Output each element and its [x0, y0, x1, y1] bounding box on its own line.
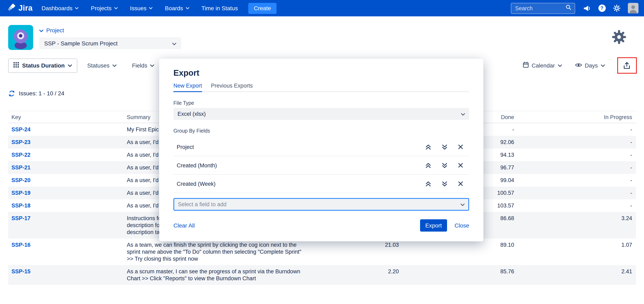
issue-key-link[interactable]: SSP-22	[12, 152, 30, 158]
project-selector[interactable]: SSP - Sample Scrum Project	[39, 37, 181, 49]
group-field-actions	[426, 144, 463, 150]
issue-in-progress-value: 3.24	[514, 215, 636, 222]
chevron-down-icon	[558, 64, 562, 67]
issue-in-progress-value: -	[514, 164, 636, 171]
calendar-dropdown[interactable]: Calendar	[523, 62, 562, 69]
add-field-select[interactable]: Select a field to add	[174, 198, 469, 211]
nav-icons: ?	[583, 3, 638, 14]
issue-done-value: 85.76	[399, 268, 514, 275]
nav-item[interactable]: Issues	[130, 5, 152, 12]
chevron-down-icon	[75, 7, 78, 10]
issue-summary: As a scrum master, I can see the progres…	[127, 268, 350, 282]
export-icon[interactable]	[618, 58, 636, 73]
file-type-value: Excel (xlsx)	[178, 111, 206, 117]
file-type-select[interactable]: Excel (xlsx)	[174, 108, 469, 120]
chevron-down-icon	[461, 111, 465, 117]
report-type-label: Status Duration	[22, 62, 64, 69]
column-header-in-progress[interactable]: In Progress	[514, 114, 636, 120]
move-bottom-button[interactable]	[442, 181, 448, 186]
search-icon	[566, 4, 571, 12]
nav-item-label: Projects	[91, 5, 112, 12]
app: Jira Dashboards Projects Issues Boards T…	[0, 0, 644, 304]
breadcrumb-label: Project	[46, 27, 64, 34]
close-button[interactable]: Close	[454, 222, 469, 229]
group-field-actions	[426, 181, 463, 186]
chevron-down-icon	[460, 201, 465, 208]
nav-item[interactable]: Time in Status	[202, 5, 238, 12]
nav-item[interactable]: Projects	[91, 5, 118, 12]
issue-in-progress-value: 2.41	[514, 268, 636, 275]
days-dropdown[interactable]: Days	[575, 62, 605, 69]
report-type-button[interactable]: Status Duration	[8, 58, 77, 72]
issue-key-link[interactable]: SSP-21	[12, 164, 30, 170]
chevron-down-icon	[172, 40, 176, 46]
issue-key-link[interactable]: SSP-16	[12, 242, 30, 248]
create-button[interactable]: Create	[248, 3, 276, 14]
move-bottom-button[interactable]	[442, 163, 448, 168]
refresh-icon[interactable]	[8, 90, 15, 97]
export-button-wrap	[618, 58, 636, 73]
remove-field-button[interactable]	[458, 181, 463, 186]
toolbar-right: Calendar Days	[523, 58, 636, 73]
project-settings-gear-icon[interactable]	[612, 30, 626, 46]
announcement-icon[interactable]	[583, 5, 591, 11]
breadcrumb[interactable]: Project	[39, 27, 181, 34]
user-avatar[interactable]	[628, 3, 638, 14]
issue-key-link[interactable]: SSP-15	[12, 268, 30, 274]
issue-in-progress-value: -	[514, 126, 636, 133]
table-row[interactable]: SSP-15 As a scrum master, I can see the …	[8, 265, 636, 285]
fields-dropdown[interactable]: Fields	[132, 62, 154, 69]
move-top-button[interactable]	[426, 181, 431, 186]
remove-field-button[interactable]	[458, 144, 463, 149]
issue-key-link[interactable]: SSP-18	[12, 202, 30, 209]
issue-key-link[interactable]: SSP-20	[12, 177, 30, 183]
remove-field-button[interactable]	[458, 163, 463, 168]
group-field-label: Created (Week)	[177, 181, 216, 187]
move-top-button[interactable]	[426, 163, 431, 168]
project-header: Project SSP - Sample Scrum Project	[0, 16, 644, 52]
issue-key-link[interactable]: SSP-23	[12, 139, 30, 145]
tab-new-export[interactable]: New Export	[174, 83, 202, 92]
nav-item-label: Time in Status	[202, 5, 238, 12]
search-box[interactable]	[511, 3, 575, 14]
chevron-down-icon	[114, 7, 118, 10]
issue-key-link[interactable]: SSP-19	[12, 190, 30, 196]
clear-all-button[interactable]: Clear All	[174, 222, 195, 229]
nav-item[interactable]: Dashboards	[42, 5, 78, 12]
move-bottom-button[interactable]	[442, 144, 448, 150]
issue-extra-value: 2.20	[350, 268, 399, 275]
move-top-button[interactable]	[426, 144, 431, 150]
project-avatar[interactable]	[8, 25, 33, 50]
project-meta: Project SSP - Sample Scrum Project	[39, 27, 181, 49]
jira-logo[interactable]: Jira	[7, 3, 32, 13]
issue-summary: As a team, we can finish the sprint by c…	[127, 242, 350, 262]
issue-done-value: 89.10	[399, 242, 514, 248]
help-icon[interactable]: ?	[598, 4, 606, 12]
column-header-key[interactable]: Key	[8, 114, 127, 120]
chevron-down-icon	[112, 64, 116, 67]
issue-key-link[interactable]: SSP-17	[12, 215, 30, 221]
nav-item[interactable]: Boards	[165, 5, 189, 12]
eye-icon	[575, 62, 582, 69]
tab-previous-exports[interactable]: Previous Exports	[211, 83, 253, 91]
settings-icon[interactable]	[613, 4, 620, 12]
export-submit-button[interactable]: Export	[420, 219, 447, 232]
add-field-placeholder: Select a field to add	[178, 201, 226, 208]
nav-menu: Dashboards Projects Issues Boards Time i…	[42, 5, 238, 12]
issue-in-progress-value: -	[514, 202, 636, 209]
group-field-label: Project	[177, 144, 194, 150]
brand-name: Jira	[18, 4, 32, 13]
table-row[interactable]: SSP-16 As a team, we can finish the spri…	[8, 238, 636, 265]
file-type-label: File Type	[174, 100, 469, 106]
statuses-dropdown[interactable]: Statuses	[87, 62, 116, 69]
issue-key-link[interactable]: SSP-24	[12, 126, 30, 132]
days-label: Days	[585, 62, 598, 69]
group-field-row: Created (Month)	[174, 156, 469, 175]
fields-label: Fields	[132, 62, 147, 69]
group-by-field-list: Project Created (Month)	[174, 138, 469, 193]
group-field-row: Project	[174, 138, 469, 156]
group-by-label: Group By Fields	[174, 128, 469, 134]
chevron-down-icon	[68, 64, 72, 67]
nav-item-label: Issues	[130, 5, 146, 12]
search-input[interactable]	[514, 5, 566, 12]
